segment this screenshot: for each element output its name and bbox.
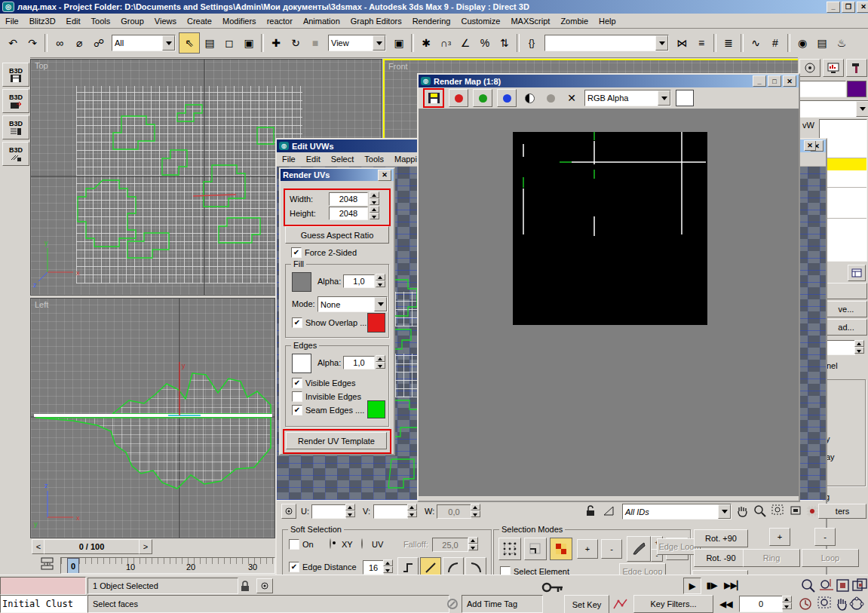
close-button[interactable]: ✕ bbox=[857, 2, 868, 13]
communicator-icon[interactable] bbox=[446, 598, 459, 610]
curve-editor-icon[interactable]: ∿ bbox=[746, 33, 765, 53]
show-overlap-checkbox[interactable]: ✔ bbox=[292, 317, 302, 328]
select-and-link-icon[interactable]: ∞ bbox=[50, 33, 69, 53]
tab-motion[interactable] bbox=[799, 59, 820, 77]
select-and-scale-icon[interactable]: ■ bbox=[305, 33, 325, 53]
zoom-extents-icon[interactable] bbox=[790, 504, 803, 518]
hidden-window-close-icon[interactable]: ✕ bbox=[804, 140, 816, 151]
select-and-move-icon[interactable]: ✚ bbox=[266, 33, 286, 53]
named-selection-dropdown[interactable] bbox=[544, 35, 669, 51]
viewport-top-label[interactable]: Top bbox=[35, 61, 48, 70]
v-spinner[interactable] bbox=[407, 504, 417, 517]
percent-snap-icon[interactable]: % bbox=[475, 33, 495, 53]
zoom-extents-all-icon[interactable] bbox=[852, 578, 867, 593]
load-button-partial[interactable]: ad... bbox=[825, 319, 867, 336]
pan-icon[interactable] bbox=[735, 504, 749, 518]
loop-button[interactable]: Loop bbox=[802, 549, 859, 567]
tab-display[interactable] bbox=[823, 59, 844, 77]
visible-edges-checkbox[interactable]: ✔ bbox=[292, 378, 302, 388]
clear-button[interactable]: ✕ bbox=[563, 90, 580, 106]
menu-maxscript[interactable]: MAXScript bbox=[505, 15, 555, 27]
menu-animation[interactable]: Animation bbox=[298, 15, 345, 27]
dropdown-arrow-icon[interactable] bbox=[374, 297, 387, 311]
align-icon[interactable]: ≡ bbox=[692, 33, 711, 53]
all-ids-dropdown[interactable]: All IDs bbox=[622, 504, 732, 520]
uvw-menu-tools[interactable]: Tools bbox=[359, 153, 389, 165]
w-field[interactable]: 0,0 bbox=[437, 504, 471, 519]
height-field[interactable]: 2048 bbox=[329, 207, 368, 220]
key-filters-button[interactable]: Key Filters... bbox=[633, 595, 713, 613]
uvw-menu-select[interactable]: Select bbox=[326, 153, 360, 165]
dropdown-arrow-icon[interactable] bbox=[856, 101, 868, 117]
arc-rotate-icon[interactable] bbox=[849, 596, 864, 611]
menu-graph-editors[interactable]: Graph Editors bbox=[345, 15, 407, 27]
edge-mode-button[interactable] bbox=[524, 538, 547, 560]
invisible-edges-checkbox[interactable] bbox=[292, 391, 302, 402]
schematic-view-icon[interactable]: # bbox=[765, 33, 785, 53]
background-color-swatch[interactable] bbox=[676, 90, 694, 106]
restore-button[interactable]: ❐ bbox=[842, 2, 855, 13]
dropdown-arrow-icon[interactable] bbox=[658, 90, 670, 106]
bind-to-spacewarp-icon[interactable]: ☍ bbox=[89, 33, 109, 53]
edges-alpha-spinner[interactable] bbox=[376, 355, 385, 369]
selection-lock-icon[interactable] bbox=[240, 580, 250, 592]
redo-icon[interactable]: ↷ bbox=[23, 33, 42, 53]
uvw-menu-edit[interactable]: Edit bbox=[301, 153, 326, 165]
menu-file[interactable]: File bbox=[0, 15, 24, 27]
edge-color-swatch[interactable] bbox=[292, 354, 311, 373]
alpha-channel-button[interactable] bbox=[542, 90, 559, 106]
mono-channel-button[interactable] bbox=[521, 90, 538, 106]
menu-zombie[interactable]: Zombie bbox=[555, 15, 593, 27]
select-object-icon[interactable]: ⇖ bbox=[179, 32, 200, 54]
menu-blitz3d[interactable]: Blitz3D bbox=[24, 15, 61, 27]
vertex-mode-button[interactable] bbox=[498, 538, 521, 560]
save-button-partial[interactable]: ve... bbox=[825, 301, 867, 317]
force-2sided-checkbox[interactable]: ✔ bbox=[291, 247, 302, 258]
width-spinner[interactable] bbox=[370, 192, 379, 205]
edges-alpha-field[interactable]: 1,0 bbox=[343, 356, 375, 369]
track-bar[interactable]: 0 10 20 30 bbox=[60, 557, 275, 574]
undo-icon[interactable]: ↶ bbox=[3, 33, 23, 53]
fill-color-swatch[interactable] bbox=[292, 272, 311, 292]
quick-render-icon[interactable]: ♨ bbox=[832, 33, 851, 53]
unlink-selection-icon[interactable]: ⌀ bbox=[69, 33, 89, 53]
b3d-tools-button[interactable]: B3D bbox=[2, 142, 29, 166]
menu-tools[interactable]: Tools bbox=[86, 15, 116, 27]
zoom-region-icon[interactable] bbox=[771, 504, 785, 518]
render-uvs-titlebar[interactable]: Render UVs ✕ bbox=[281, 169, 394, 181]
time-marker[interactable]: 0 bbox=[67, 558, 79, 574]
selection-shrink-button[interactable]: - bbox=[814, 528, 836, 546]
menu-edit[interactable]: Edit bbox=[61, 15, 86, 27]
render-setup-icon[interactable]: ▤ bbox=[812, 33, 832, 53]
guess-aspect-ratio-button[interactable]: Guess Aspect Ratio bbox=[285, 226, 389, 244]
fill-alpha-spinner[interactable] bbox=[376, 274, 385, 287]
render-map-canvas[interactable] bbox=[419, 109, 799, 496]
falloff-field[interactable]: 25,0 bbox=[432, 538, 468, 552]
material-editor-icon[interactable]: ◉ bbox=[793, 33, 812, 53]
viewport-front-label[interactable]: Front bbox=[388, 62, 408, 71]
reference-coordinate-dropdown[interactable]: View bbox=[328, 35, 386, 51]
pan-hand-icon[interactable] bbox=[834, 596, 849, 611]
snaps-toggle-icon[interactable]: ∩3 bbox=[436, 33, 455, 53]
channel-display-dropdown[interactable]: RGB Alpha bbox=[584, 90, 671, 106]
face-mode-button[interactable] bbox=[550, 538, 572, 560]
menu-help[interactable]: Help bbox=[593, 15, 621, 27]
selection-filter-dropdown[interactable]: All bbox=[112, 35, 176, 51]
configure-stack-icon[interactable] bbox=[848, 265, 866, 281]
zoom-region-icon[interactable] bbox=[817, 596, 833, 611]
seam-edges-checkbox[interactable]: ✔ bbox=[292, 405, 302, 415]
zoom-icon[interactable] bbox=[801, 578, 816, 593]
rotate-plus90-button[interactable]: Rot. +90 bbox=[694, 529, 748, 547]
selection-grow-button[interactable]: + bbox=[769, 528, 790, 546]
rotate-minus90-button[interactable]: Rot. -90 bbox=[694, 549, 748, 567]
seam-color-swatch[interactable] bbox=[367, 400, 385, 418]
edge-distance-spinner[interactable] bbox=[383, 559, 393, 573]
mirror-icon[interactable]: ⋈ bbox=[672, 33, 692, 53]
menu-modifiers[interactable]: Modifiers bbox=[217, 15, 262, 27]
close-icon[interactable]: ✕ bbox=[783, 75, 796, 87]
height-spinner[interactable] bbox=[370, 206, 379, 219]
edge-distance-field[interactable]: 16 bbox=[363, 560, 384, 575]
edge-distance-checkbox[interactable]: ✔ bbox=[289, 562, 299, 572]
menu-reactor[interactable]: reactor bbox=[262, 15, 298, 27]
u-field[interactable] bbox=[311, 504, 346, 519]
